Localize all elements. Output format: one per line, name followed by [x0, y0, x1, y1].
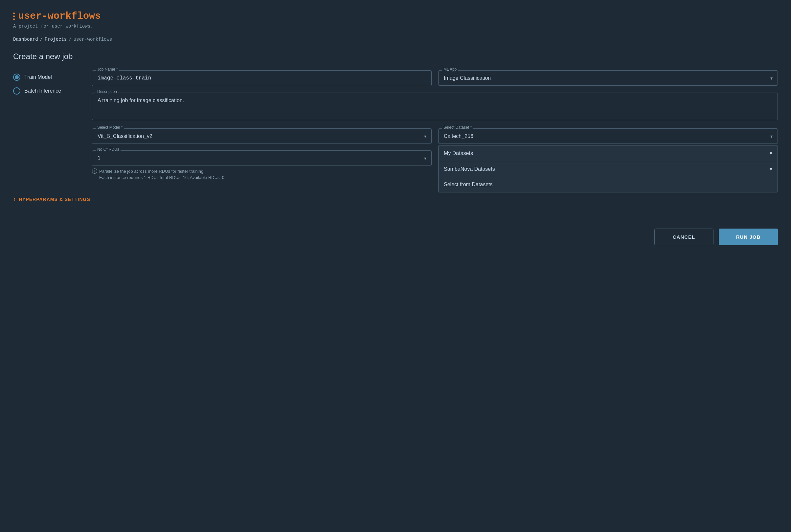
select-model-label: Select Model *: [96, 125, 124, 130]
ml-app-field: ML App Image Classification Object Detec…: [438, 70, 778, 86]
breadcrumb-projects[interactable]: Projects: [45, 37, 67, 42]
select-model-select[interactable]: Vit_B_Classification_v2 ResNet50 Efficie…: [92, 128, 432, 144]
no-of-rdus-select[interactable]: 1 2 4 8: [92, 150, 432, 166]
form-row-1: Job Name * ML App Image Classification O…: [92, 70, 778, 86]
radio-batch-inference[interactable]: Batch Inference: [13, 87, 79, 95]
radio-batch-circle: [13, 87, 20, 95]
page-header: user-workflows A project for user workfl…: [13, 11, 778, 29]
dropdown-sambanova-datasets[interactable]: SambaNova Datasets ▾: [438, 161, 777, 177]
select-model-wrapper: Vit_B_Classification_v2 ResNet50 Efficie…: [92, 128, 432, 144]
run-job-button[interactable]: RUN JOB: [719, 229, 778, 245]
breadcrumb-current: user-workflows: [74, 37, 112, 42]
dropdown-sambanova-chevron: ▾: [770, 166, 772, 172]
radio-train-circle: [13, 74, 20, 81]
ml-app-select[interactable]: Image Classification Object Detection NL…: [438, 70, 778, 86]
radio-train-label: Train Model: [24, 74, 52, 80]
ml-app-select-wrapper: Image Classification Object Detection NL…: [438, 70, 778, 86]
dropdown-my-datasets-label: My Datasets: [444, 150, 473, 156]
job-type-column: Train Model Batch Inference: [13, 70, 79, 101]
select-dataset-wrapper: Caltech_256 ▾: [438, 128, 778, 144]
breadcrumb-sep-2: /: [69, 37, 71, 42]
dropdown-select-from-label: Select from Datasets: [444, 182, 493, 187]
page-title: Create a new job: [13, 52, 778, 61]
description-label: Description: [96, 89, 118, 94]
rdu-info-line2: Each instance requires 1 RDU. Total RDUs…: [99, 175, 226, 180]
menu-dots-icon[interactable]: [13, 13, 15, 20]
project-description: A project for user workflows.: [13, 24, 778, 29]
breadcrumb-dashboard[interactable]: Dashboard: [13, 37, 38, 42]
breadcrumb: Dashboard / Projects / user-workflows: [13, 37, 778, 42]
rdu-info: i Parallelize the job across more RDUs f…: [92, 169, 432, 180]
radio-batch-label: Batch Inference: [24, 88, 61, 94]
form-row-2: Select Model * Vit_B_Classification_v2 R…: [92, 128, 778, 144]
form-layout: Train Model Batch Inference Job Name * M…: [13, 70, 778, 187]
project-title: user-workflows: [18, 11, 101, 22]
dropdown-sambanova-label: SambaNova Datasets: [444, 166, 495, 172]
hyperparams-label: HYPERPARAMS & SETTINGS: [19, 197, 90, 202]
hyperparams-link[interactable]: ↕ HYPERPARAMS & SETTINGS: [13, 196, 778, 202]
dropdown-select-from-datasets[interactable]: Select from Datasets: [438, 177, 777, 192]
select-dataset-label: Select Dataset *: [442, 125, 473, 130]
cancel-button[interactable]: CANCEL: [654, 229, 714, 245]
rdu-info-line1: Parallelize the job across more RDUs for…: [99, 169, 205, 174]
select-model-field: Select Model * Vit_B_Classification_v2 R…: [92, 128, 432, 144]
description-field: Description A training job for image cla…: [92, 93, 778, 122]
dropdown-my-datasets-chevron: ▾: [770, 150, 772, 156]
job-name-input[interactable]: [92, 70, 432, 86]
dropdown-my-datasets[interactable]: My Datasets ▾: [438, 146, 777, 161]
form-fields-column: Job Name * ML App Image Classification O…: [92, 70, 778, 187]
radio-train-model[interactable]: Train Model: [13, 74, 79, 81]
no-of-rdus-wrapper: 1 2 4 8 ▾: [92, 150, 432, 166]
no-of-rdus-field: No Of RDUs 1 2 4 8 ▾ i Parallelize the j…: [92, 150, 432, 180]
breadcrumb-sep-1: /: [40, 37, 43, 42]
footer-actions: CANCEL RUN JOB: [13, 222, 778, 245]
info-icon: i: [92, 169, 97, 174]
job-name-field: Job Name *: [92, 70, 432, 86]
hyperparams-arrow-icon: ↕: [13, 196, 16, 202]
no-of-rdus-label: No Of RDUs: [96, 147, 120, 152]
select-dataset-select[interactable]: Caltech_256: [438, 128, 778, 144]
job-name-label: Job Name *: [96, 67, 119, 72]
dataset-dropdown-open: My Datasets ▾ SambaNova Datasets ▾ Selec…: [438, 145, 778, 192]
description-input[interactable]: A training job for image classification.: [92, 93, 778, 120]
ml-app-label: ML App: [442, 67, 458, 72]
select-dataset-field: Select Dataset * Caltech_256 ▾ My Datase…: [438, 128, 778, 144]
